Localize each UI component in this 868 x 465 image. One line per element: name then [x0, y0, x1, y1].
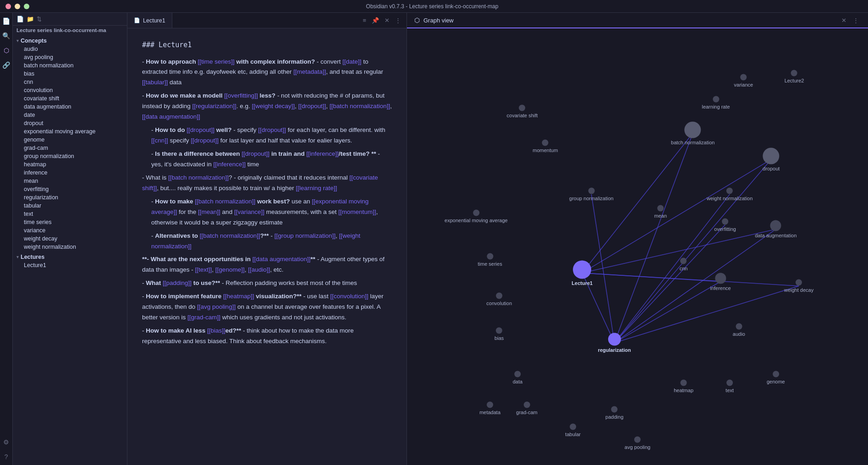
- graph-node-time_series[interactable]: time series: [478, 253, 502, 267]
- graph-node-genome[interactable]: genome: [767, 371, 785, 384]
- tree-item-date[interactable]: date: [13, 111, 127, 119]
- link-tabular[interactable]: [[tabular]]: [142, 79, 168, 86]
- link-genome[interactable]: [[genome]]: [215, 266, 245, 273]
- link-data-aug-2[interactable]: [[data augmentation]]: [253, 256, 311, 263]
- link-dropout[interactable]: [[dropout]]: [298, 103, 326, 109]
- pin-button[interactable]: 📌: [370, 16, 381, 25]
- activity-search[interactable]: 🔍: [2, 31, 11, 40]
- graph-node-avg_pooling[interactable]: avg pooling: [625, 437, 650, 450]
- graph-node-exponential_moving_average[interactable]: exponential moving average: [445, 209, 508, 223]
- link-cnn[interactable]: [[cnn]]: [151, 137, 168, 144]
- tree-item-exp-moving-avg[interactable]: exponential moving average: [13, 127, 127, 136]
- graph-node-metadata[interactable]: metadata: [479, 402, 500, 415]
- graph-node-bias[interactable]: bias: [494, 328, 504, 341]
- reader-mode-button[interactable]: ≡: [361, 16, 368, 25]
- graph-node-heatmap[interactable]: heatmap: [674, 380, 693, 393]
- link-inference-2[interactable]: [[inference]]: [213, 161, 246, 168]
- graph-node-tabular[interactable]: tabular: [565, 423, 581, 437]
- link-dropout-3[interactable]: [[dropout]]: [258, 126, 286, 133]
- graph-close-button[interactable]: ✕: [840, 16, 848, 25]
- graph-node-weight_decay[interactable]: weight decay: [784, 279, 813, 293]
- link-data-augmentation[interactable]: [[data augmentation]]: [142, 113, 200, 120]
- graph-node-data_augmentation[interactable]: data augmentation: [755, 220, 797, 238]
- tree-item-tabular[interactable]: tabular: [13, 202, 127, 210]
- graph-node-data[interactable]: data: [513, 371, 522, 384]
- graph-node-group_normalization[interactable]: group normalization: [569, 188, 614, 201]
- activity-help[interactable]: ?: [2, 452, 11, 461]
- graph-node-mean[interactable]: mean: [654, 205, 667, 219]
- maximize-button[interactable]: [24, 4, 29, 9]
- graph-node-overfitting[interactable]: overfitting: [714, 218, 736, 231]
- graph-node-covariate_shift[interactable]: covariate shift: [507, 105, 538, 118]
- link-learning-rate[interactable]: [[learning rate]]: [296, 185, 337, 191]
- link-batch-normalization[interactable]: [[batch normalization]]: [330, 103, 390, 109]
- link-regularization[interactable]: [[regularization]]: [192, 103, 236, 109]
- tree-item-weight-normalization[interactable]: weight normalization: [13, 243, 127, 251]
- activity-files[interactable]: 📄: [2, 16, 11, 26]
- link-bias[interactable]: [[bias]]: [207, 327, 225, 334]
- graph-node-padding[interactable]: padding: [605, 406, 623, 419]
- new-file-icon[interactable]: 📄: [16, 16, 24, 22]
- tree-item-variance[interactable]: variance: [13, 226, 127, 235]
- tree-item-genome[interactable]: genome: [13, 136, 127, 144]
- close-tab-button[interactable]: ✕: [383, 16, 391, 25]
- link-avg-pooling[interactable]: [[avg pooling]]: [197, 303, 236, 310]
- link-batch-norm-4[interactable]: [[batch normalization]]: [200, 232, 260, 239]
- graph-node-Lecture1[interactable]: Lecture1: [571, 260, 593, 285]
- tree-item-text[interactable]: text: [13, 210, 127, 218]
- tree-item-regularization[interactable]: regularization: [13, 193, 127, 202]
- close-button[interactable]: [5, 4, 11, 9]
- link-variance[interactable]: [[variance]]: [234, 208, 264, 215]
- link-padding[interactable]: [[padding]]: [163, 279, 192, 286]
- graph-node-Lecture2[interactable]: Lecture2: [785, 70, 804, 83]
- link-metadata[interactable]: [[metadata]]: [293, 68, 326, 75]
- graph-node-batch_normalization[interactable]: batch normalization: [671, 121, 714, 145]
- link-group-norm[interactable]: [[group normalization]]: [275, 232, 336, 239]
- graph-node-audio[interactable]: audio: [733, 323, 745, 336]
- tree-item-overfitting[interactable]: overfitting: [13, 185, 127, 193]
- tree-item-inference[interactable]: inference: [13, 169, 127, 177]
- tree-item-cnn[interactable]: cnn: [13, 78, 127, 86]
- activity-settings[interactable]: ⚙: [2, 438, 11, 447]
- tree-item-covariate-shift[interactable]: covariate shift: [13, 94, 127, 103]
- graph-node-cnn[interactable]: cnn: [680, 257, 688, 271]
- link-grad-cam[interactable]: [[grad-cam]]: [187, 314, 220, 321]
- activity-graph[interactable]: ⬡: [2, 46, 11, 55]
- new-folder-icon[interactable]: 📁: [27, 16, 34, 22]
- link-batch-norm-2[interactable]: [[batch normalization]]: [168, 174, 229, 181]
- graph-more-button[interactable]: ⋮: [851, 16, 861, 25]
- link-text[interactable]: [[text]]: [195, 266, 212, 273]
- tree-lectures-folder[interactable]: ▾ Lectures: [13, 253, 127, 261]
- graph-canvas[interactable]: Lecture1regularizationbatch normalizatio…: [407, 28, 868, 465]
- graph-node-text[interactable]: text: [725, 380, 734, 393]
- more-options-button[interactable]: ⋮: [393, 16, 403, 25]
- tree-item-batch-normalization[interactable]: batch normalization: [13, 61, 127, 70]
- tree-item-dropout[interactable]: dropout: [13, 119, 127, 127]
- graph-node-regularization[interactable]: regularization: [598, 333, 631, 353]
- tab-lecture1[interactable]: 📄 Lecture1: [127, 13, 172, 28]
- tree-item-time-series[interactable]: time series: [13, 218, 127, 226]
- tree-item-data-augmentation[interactable]: data augmentation: [13, 103, 127, 111]
- tree-item-weight-decay[interactable]: weight decay: [13, 235, 127, 243]
- link-overfitting[interactable]: [[overfitting]]: [224, 92, 258, 99]
- tree-item-grad-cam[interactable]: grad-cam: [13, 144, 127, 152]
- link-weight-decay[interactable]: [[weight decay]]: [252, 103, 295, 109]
- graph-node-learning_rate[interactable]: learning rate: [702, 96, 730, 109]
- tree-concepts-folder[interactable]: ▾ Concepts: [13, 37, 127, 45]
- graph-node-momentum[interactable]: momentum: [533, 140, 558, 153]
- graph-node-dropout[interactable]: dropout: [763, 148, 780, 171]
- link-audio[interactable]: [[audio]]: [248, 266, 270, 273]
- tree-item-lecture1[interactable]: Lecture1: [13, 261, 127, 269]
- minimize-button[interactable]: [15, 4, 20, 9]
- link-dropout-5[interactable]: [[dropout]]: [242, 150, 269, 157]
- link-date[interactable]: [[date]]: [342, 58, 361, 65]
- graph-node-inference[interactable]: inference: [710, 273, 731, 290]
- graph-node-weight_normalization[interactable]: weight normalization: [707, 188, 753, 201]
- graph-node-grad_cam[interactable]: grad-cam: [516, 402, 537, 415]
- link-momentum[interactable]: [[momentum]]: [338, 208, 376, 215]
- graph-node-convolution[interactable]: convolution: [486, 292, 512, 306]
- tree-item-heatmap[interactable]: heatmap: [13, 160, 127, 169]
- link-batch-norm-3[interactable]: [[batch normalization]]: [195, 198, 255, 205]
- link-dropout-2[interactable]: [[dropout]]: [187, 126, 214, 133]
- link-heatmap[interactable]: [[heatmap]]: [223, 293, 254, 300]
